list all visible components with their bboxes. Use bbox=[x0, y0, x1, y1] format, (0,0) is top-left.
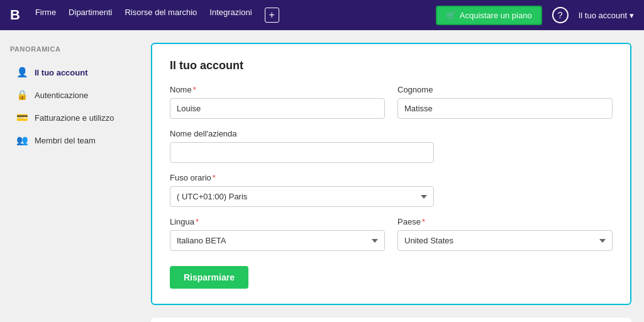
azienda-input[interactable] bbox=[170, 142, 434, 163]
name-row: Nome* Cognome bbox=[170, 85, 613, 119]
azienda-label: Nome dell'azienda bbox=[170, 129, 613, 138]
card-title: Il tuo account bbox=[170, 59, 613, 72]
fuso-required: * bbox=[213, 173, 216, 182]
chevron-down-icon: ▾ bbox=[630, 11, 634, 20]
sidebar: PANORAMICA 👤 Il tuo account 🔒 Autenticaz… bbox=[0, 30, 138, 322]
help-button[interactable]: ? bbox=[552, 7, 569, 23]
credit-card-icon: 💳 bbox=[16, 112, 28, 123]
add-button[interactable]: + bbox=[265, 8, 279, 23]
main-content: Il tuo account Nome* Cognome Nome dell'a… bbox=[138, 30, 644, 322]
fuso-label: Fuso orario* bbox=[170, 173, 434, 182]
nav-firme[interactable]: Firme bbox=[35, 8, 56, 23]
topnav: B Firme Dipartimenti Risorse del marchio… bbox=[0, 0, 644, 30]
paese-required: * bbox=[422, 217, 425, 226]
cognome-label: Cognome bbox=[397, 85, 613, 94]
fuso-row: Fuso orario* ( UTC+01:00) Paris (UTC+00:… bbox=[170, 173, 613, 207]
lock-icon: 🔒 bbox=[16, 89, 28, 101]
sidebar-item-auth[interactable]: 🔒 Autenticazione bbox=[10, 84, 128, 106]
cognome-input[interactable] bbox=[397, 98, 613, 119]
sidebar-item-billing-label: Fatturazione e utilizzo bbox=[35, 113, 114, 123]
paese-select[interactable]: United States Italy France Germany Spain bbox=[397, 230, 613, 251]
sidebar-item-team-label: Membri del team bbox=[35, 136, 96, 145]
notification-card: Notifiche via e-mail da Bybrand Quando e… bbox=[151, 318, 631, 322]
nav-integrazioni[interactable]: Integrazioni bbox=[209, 8, 252, 23]
nome-label: Nome* bbox=[170, 85, 385, 94]
nav-dipartimenti[interactable]: Dipartimenti bbox=[69, 8, 112, 23]
nav-links: Firme Dipartimenti Risorse del marchio I… bbox=[35, 8, 436, 23]
azienda-row: Nome dell'azienda bbox=[170, 129, 613, 163]
cart-icon: 🛒 bbox=[446, 11, 456, 20]
brand-logo: B bbox=[10, 7, 20, 23]
nome-group: Nome* bbox=[170, 85, 385, 119]
paese-group: Paese* United States Italy France German… bbox=[397, 217, 613, 251]
account-label: Il tuo account bbox=[579, 11, 627, 20]
cognome-group: Cognome bbox=[397, 85, 613, 119]
fuso-select[interactable]: ( UTC+01:00) Paris (UTC+00:00) London (U… bbox=[170, 186, 434, 207]
nav-risorse[interactable]: Risorse del marchio bbox=[125, 8, 197, 23]
sidebar-item-billing[interactable]: 💳 Fatturazione e utilizzo bbox=[10, 107, 128, 128]
account-form-card: Il tuo account Nome* Cognome Nome dell'a… bbox=[151, 43, 631, 305]
lingua-required: * bbox=[196, 217, 199, 226]
buy-plan-button[interactable]: 🛒 Acquistare un piano bbox=[436, 6, 542, 25]
lingua-paese-row: Lingua* Italiano BETA English Español Fr… bbox=[170, 217, 613, 251]
sidebar-item-team[interactable]: 👥 Membri del team bbox=[10, 130, 128, 151]
lingua-select[interactable]: Italiano BETA English Español Français bbox=[170, 230, 385, 251]
layout: PANORAMICA 👤 Il tuo account 🔒 Autenticaz… bbox=[0, 30, 644, 322]
sidebar-section-title: PANORAMICA bbox=[10, 45, 128, 53]
lingua-label: Lingua* bbox=[170, 217, 385, 226]
team-icon: 👥 bbox=[16, 135, 28, 146]
save-button[interactable]: Risparmiare bbox=[170, 266, 248, 289]
sidebar-item-account[interactable]: 👤 Il tuo account bbox=[10, 62, 128, 83]
buy-plan-label: Acquistare un piano bbox=[460, 11, 532, 20]
azienda-group: Nome dell'azienda bbox=[170, 129, 613, 163]
account-menu[interactable]: Il tuo account ▾ bbox=[579, 11, 634, 20]
topnav-right: 🛒 Acquistare un piano ? Il tuo account ▾ bbox=[436, 6, 634, 25]
nome-required: * bbox=[193, 85, 196, 94]
account-icon: 👤 bbox=[16, 67, 28, 78]
sidebar-item-auth-label: Autenticazione bbox=[35, 91, 88, 100]
lingua-group: Lingua* Italiano BETA English Español Fr… bbox=[170, 217, 385, 251]
fuso-group: Fuso orario* ( UTC+01:00) Paris (UTC+00:… bbox=[170, 173, 434, 207]
sidebar-item-account-label: Il tuo account bbox=[35, 68, 88, 77]
nome-input[interactable] bbox=[170, 98, 385, 119]
paese-label: Paese* bbox=[397, 217, 613, 226]
